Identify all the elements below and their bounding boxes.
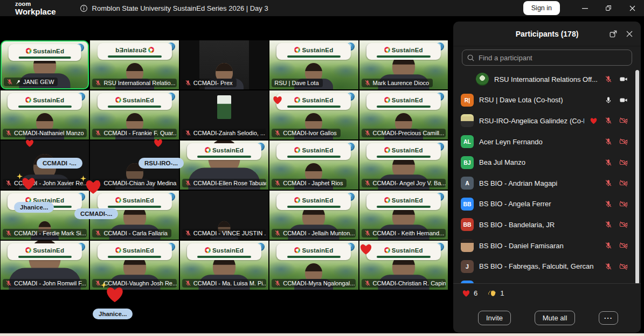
mic-off-icon[interactable] (605, 179, 612, 187)
participant-name: Acer Leyn Fernando (479, 138, 543, 146)
reaction-sender-bubble: CCMADI -... (37, 158, 82, 169)
more-options-button[interactable]: ··· (599, 311, 618, 325)
video-tile[interactable]: SustainEd RSU International Relatio... (90, 40, 178, 89)
search-input[interactable] (462, 50, 632, 66)
camera-off-icon[interactable] (619, 117, 628, 124)
mic-off-icon (185, 130, 191, 136)
video-tile[interactable]: SustainEd CCMADI - Ma. Luisa M. Pi... (180, 241, 268, 290)
mic-off-icon (364, 130, 371, 136)
participant-name: CCMADI - Keith Hernand... (373, 230, 445, 236)
sustained-logo-icon (294, 147, 300, 153)
video-tile[interactable]: SustainEd CCMADI - Frankie F. Quar... (90, 90, 178, 139)
participant-row[interactable]: J BS BIO - Fabregas, Falcubit, Gercan (453, 256, 641, 277)
participant-row[interactable]: BB BS BIO - Bandelaria, JR (453, 214, 641, 235)
tile-name-label: CCMADI-Zairah Selodio, ... (182, 129, 266, 137)
video-tile[interactable]: SustainEd JANE GEW (1, 40, 89, 89)
tile-name-label: RSU | Dave Lota (272, 79, 322, 87)
participant-row[interactable]: BJ Bea Jul Manzo (453, 152, 641, 173)
video-tile[interactable]: SustainEd CCMADI-Ellen Rose Tabuac (180, 141, 268, 190)
video-tile[interactable]: SustainEd CCMADI - John Romwil F... (1, 241, 89, 290)
video-tile[interactable]: SustainEd RSU | Dave Lota (269, 40, 358, 89)
participant-row[interactable]: BB BS BIO - Angela Ferrer (453, 194, 641, 215)
participant-row[interactable]: RSU-IRO-Angelica Galindez(Co-host) (453, 110, 641, 131)
camera-off-icon[interactable] (619, 242, 628, 249)
camera-off-icon[interactable] (619, 138, 628, 145)
sustained-logo-icon (384, 197, 390, 203)
video-tile[interactable]: SustainEd CCMADI-Myra Ngalongal... (269, 241, 358, 290)
video-tile[interactable]: SustainEd CCMADI - Japhet Rios (269, 141, 358, 190)
avatar (476, 73, 489, 86)
sustained-logo-icon (294, 97, 300, 103)
mic-off-icon[interactable] (605, 200, 612, 208)
tile-name-label: CCMADI - Frankie F. Quar... (92, 129, 176, 137)
reaction-sender-bubble: Jhanice... (14, 202, 54, 213)
sustained-logo-icon (384, 247, 390, 253)
mic-off-icon[interactable] (605, 221, 612, 228)
mic-off-icon (274, 180, 281, 186)
camera-off-icon[interactable] (619, 200, 628, 208)
reaction-sender-bubble: RSU-IRO-... (139, 158, 184, 169)
camera-off-icon[interactable] (619, 221, 628, 228)
camera-on-icon[interactable] (619, 75, 628, 83)
restore-button[interactable] (597, 0, 620, 16)
participant-name: BS BIO - Angela Ferrer (479, 200, 551, 208)
heart-reaction (153, 138, 163, 148)
video-tile[interactable]: SustainEd CCMADI-Zairah Selodio, ... (180, 90, 268, 139)
avatar: BB (461, 281, 474, 283)
popout-icon[interactable] (609, 30, 618, 38)
video-tile[interactable]: SustainEd CCMADI - Keith Hernand... (359, 191, 448, 240)
participant-row[interactable]: AL Acer Leyn Fernando (453, 131, 641, 152)
participant-row[interactable]: R| RSU | Dave Lota(Co-host) (453, 90, 641, 111)
sustained-logo-icon (115, 197, 121, 203)
mic-off-icon[interactable] (605, 138, 612, 145)
video-tile[interactable]: SustainEd CCMADI - Jellaih Munton... (269, 191, 358, 240)
mute-all-button[interactable]: Mute all (535, 311, 576, 325)
mic-off-icon[interactable] (605, 75, 612, 83)
close-window-button[interactable] (620, 0, 644, 16)
mic-off-icon[interactable] (605, 242, 612, 249)
video-tile[interactable]: SustainEd CCMADI- Prex (180, 40, 268, 89)
camera-off-icon[interactable] (619, 263, 628, 270)
mic-off-icon[interactable] (605, 117, 612, 124)
participant-row[interactable]: A BS BIO - Andrian Magapi (453, 173, 641, 194)
camera-off-icon[interactable] (619, 179, 628, 187)
mic-off-icon[interactable] (605, 159, 612, 166)
avatar (461, 114, 474, 127)
mic-off-icon (364, 230, 371, 236)
mic-on-icon[interactable] (605, 96, 612, 104)
tile-name-label: CCMADI- Prex (182, 79, 237, 87)
tile-name-label: CCMADI-Ivor Gallos (272, 129, 341, 137)
participant-name: CCMADI-Chian Jay Medina (103, 180, 176, 186)
avatar: BB (461, 218, 474, 231)
sustained-virtual-background-banner: SustainEd (98, 43, 172, 60)
avatar (461, 239, 474, 252)
participant-row[interactable]: BB BS BIO - Florissa Madeli (453, 277, 641, 283)
video-tile[interactable]: SustainEd Mark Laurence Dioco (359, 40, 448, 89)
video-tile[interactable]: SustainEd CCMADI-Nathaniel Manzo (1, 90, 89, 139)
camera-off-icon[interactable] (619, 159, 628, 166)
camera-on-icon[interactable] (619, 96, 628, 104)
heart-reaction (20, 176, 37, 192)
participant-row[interactable]: RSU International Relations Off...(Host,… (453, 69, 641, 90)
tile-name-label: CCMADI-Chian Jay Medina (92, 179, 176, 187)
zoom-workplace-logo: zoom Workplace (15, 1, 56, 16)
video-tile[interactable]: SustainEd CCMADI- Angel Joy V. Ba... (359, 141, 448, 190)
participant-name: BS BIO - Andrian Magapi (479, 179, 557, 187)
sustained-logo-icon (384, 147, 390, 153)
mic-off-icon (364, 180, 371, 186)
info-icon[interactable] (80, 4, 88, 12)
participant-name: BS BIO - Fabregas, Falcubit, Gercan (479, 262, 593, 270)
sign-in-button[interactable]: Sign in (523, 1, 560, 15)
invite-button[interactable]: Invite (478, 311, 511, 325)
video-tile[interactable]: SustainEd CCMADI-Precious Camill... (359, 90, 448, 139)
video-tile[interactable]: SustainEd CCMADI - VINCE JUSTIN ... (180, 191, 268, 240)
minimize-button[interactable] (573, 0, 597, 16)
tile-name-label: CCMADI - Japhet Rios (272, 179, 347, 187)
close-panel-icon[interactable] (626, 30, 633, 38)
avatar: J (461, 260, 474, 273)
mic-off-icon[interactable] (605, 263, 612, 270)
participant-row[interactable]: BS BIO - Daniel Famisaran (453, 235, 641, 256)
tile-name-label: CCMADI - Ma. Luisa M. Pi... (182, 279, 266, 288)
search-icon (467, 54, 475, 62)
scrollbar-thumb[interactable] (635, 70, 639, 283)
